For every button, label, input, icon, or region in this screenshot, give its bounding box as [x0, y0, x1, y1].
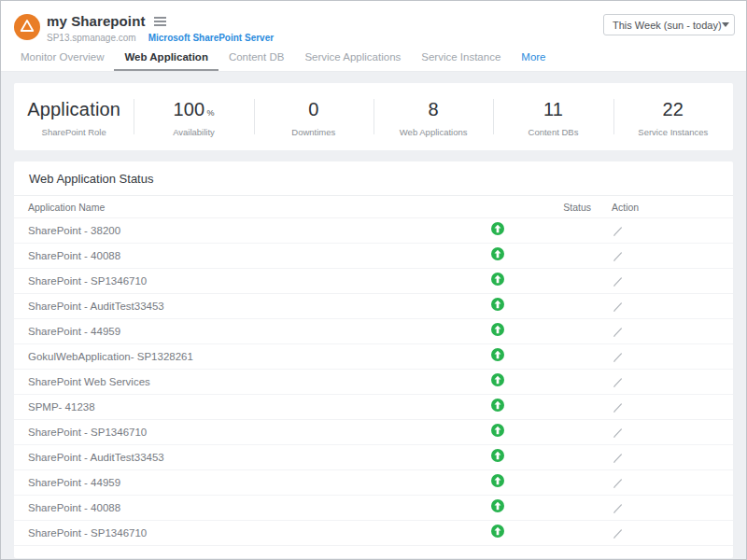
summary-stats-card: Application SharePoint Role 100% Availab… [14, 83, 733, 150]
action-cell [591, 250, 719, 262]
action-cell [591, 376, 719, 388]
application-name: SPMP- 41238 [28, 401, 479, 413]
stat-value: 8 [374, 99, 493, 120]
application-name: SharePoint - 44959 [28, 477, 479, 488]
table-body: SharePoint - 38200 SharePoint - 40088 [14, 218, 733, 546]
application-name: SharePoint - AuditTest33453 [28, 301, 479, 312]
tab-bar: Monitor Overview Web Application Content… [1, 47, 746, 71]
status-cell [479, 474, 516, 491]
table-row: SharePoint - 44959 [14, 319, 733, 344]
hamburger-menu-icon[interactable] [154, 15, 166, 28]
stat-label: Web Applications [374, 127, 493, 137]
status-cell [479, 424, 516, 441]
stat-sharepoint-role: Application SharePoint Role [14, 97, 134, 137]
table-row: SharePoint - 40088 [14, 244, 733, 269]
status-cell [479, 323, 516, 340]
application-name: SharePoint - 40088 [28, 502, 479, 513]
tab-more[interactable]: More [511, 51, 556, 71]
period-selector-value: This Week (sun - today) [613, 20, 722, 31]
application-name: SharePoint - SP1346710 [28, 427, 479, 438]
tab-service-instance[interactable]: Service Instance [411, 51, 511, 71]
edit-pencil-icon[interactable] [612, 502, 624, 514]
edit-pencil-icon[interactable] [612, 250, 624, 262]
tab-content-db[interactable]: Content DB [218, 51, 294, 71]
application-name: SharePoint - 40088 [28, 250, 479, 261]
status-cell [479, 348, 516, 365]
tab-web-application[interactable]: Web Application [114, 51, 218, 71]
status-up-icon [491, 373, 504, 390]
action-cell [591, 225, 719, 237]
action-cell [591, 401, 719, 413]
stat-value: 22 [613, 99, 733, 120]
tab-service-applications[interactable]: Service Applications [294, 51, 411, 71]
stat-downtimes: 0 Downtimes [254, 97, 374, 137]
edit-pencil-icon[interactable] [612, 301, 624, 313]
warning-triangle-icon [20, 19, 35, 36]
edit-pencil-icon[interactable] [612, 225, 624, 237]
stat-label: SharePoint Role [14, 127, 134, 137]
edit-pencil-icon[interactable] [612, 477, 624, 489]
application-name: GokulWebApplication- SP1328261 [28, 351, 479, 362]
status-up-icon [491, 298, 504, 315]
action-cell [591, 452, 719, 464]
status-cell [479, 525, 516, 541]
status-cell [479, 247, 516, 264]
table-row: SharePoint - 40088 [14, 496, 733, 521]
application-name: SharePoint - AuditTest33453 [28, 452, 479, 463]
status-cell [479, 399, 516, 415]
column-header-status: Status [516, 202, 591, 213]
status-up-icon [491, 273, 504, 289]
action-cell [591, 326, 719, 338]
web-application-status-card: Web Application Status Application Name … [14, 161, 733, 558]
action-cell [591, 502, 719, 514]
percent-unit: % [206, 108, 214, 118]
stat-label: Service Instances [613, 127, 733, 137]
status-cell [479, 373, 516, 390]
column-header-application-name: Application Name [28, 202, 479, 213]
status-cell [479, 499, 516, 516]
status-up-icon [491, 449, 504, 466]
action-cell [591, 275, 719, 287]
edit-pencil-icon[interactable] [612, 527, 624, 539]
stat-availability: 100% Availability [134, 97, 253, 137]
edit-pencil-icon[interactable] [612, 452, 624, 464]
section-title: Web Application Status [14, 161, 733, 196]
stat-service-instances: 22 Service Instances [613, 97, 733, 137]
application-name: SharePoint - 44959 [28, 326, 479, 337]
status-cell [479, 298, 516, 315]
stat-content-dbs: 11 Content DBs [493, 97, 613, 137]
edit-pencil-icon[interactable] [612, 401, 624, 413]
edit-pencil-icon[interactable] [612, 351, 624, 363]
table-row: GokulWebApplication- SP1328261 [14, 344, 733, 370]
table-row: SharePoint - 44959 [14, 470, 733, 496]
period-selector[interactable]: This Week (sun - today) [603, 14, 735, 35]
monitor-logo [14, 14, 40, 40]
action-cell [591, 351, 719, 363]
sharepoint-monitor-screen: my Sharepoint SP13.spmanage.com Microsof… [0, 0, 747, 560]
edit-pencil-icon[interactable] [612, 326, 624, 338]
stat-value: Application [14, 99, 134, 120]
status-up-icon [491, 222, 504, 239]
page-title: my Sharepoint [47, 13, 146, 29]
status-up-icon [491, 525, 504, 541]
application-name: SharePoint - SP1346710 [28, 527, 479, 539]
edit-pencil-icon[interactable] [612, 275, 624, 287]
stat-label: Downtimes [254, 127, 374, 137]
stat-value: 100% [134, 99, 253, 120]
table-row: SharePoint - AuditTest33453 [14, 445, 733, 470]
stat-label: Content DBs [493, 127, 613, 137]
edit-pencil-icon[interactable] [612, 376, 624, 388]
table-row: SharePoint - SP1346710 [14, 269, 733, 294]
server-type-link[interactable]: Microsoft SharePoint Server [148, 33, 274, 43]
status-cell [479, 222, 516, 239]
action-cell [591, 301, 719, 313]
table-row: SPMP- 41238 [14, 395, 733, 420]
status-up-icon [491, 399, 504, 415]
status-up-icon [491, 499, 504, 516]
tab-monitor-overview[interactable]: Monitor Overview [10, 51, 114, 71]
stat-label: Availability [134, 127, 253, 137]
table-row: SharePoint - AuditTest33453 [14, 294, 733, 319]
status-up-icon [491, 348, 504, 365]
caret-down-icon [722, 22, 729, 27]
edit-pencil-icon[interactable] [612, 427, 624, 439]
